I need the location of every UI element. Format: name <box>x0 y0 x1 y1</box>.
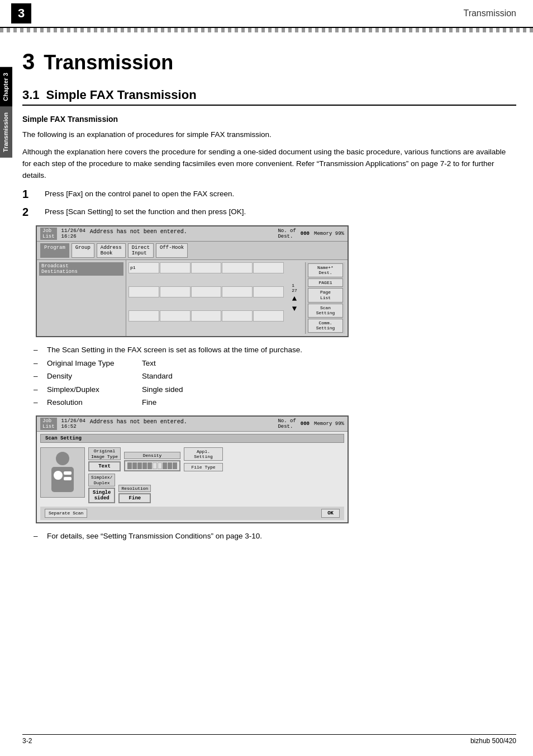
bullet-value-simplex: Single sided <box>142 384 183 396</box>
scan-no-dest-label: No. ofDest. <box>278 418 296 429</box>
bullet-text-0: The Scan Setting in the FAX screen is se… <box>47 344 302 356</box>
step-1: 1 Press [Fax] on the control panel to op… <box>22 187 516 201</box>
svg-rect-3 <box>64 471 72 475</box>
density-cell-3 <box>137 462 142 469</box>
fax-cell-11 <box>129 310 159 322</box>
memory-badge: Memory 99% <box>314 231 344 237</box>
fax-btn-page-list[interactable]: PageList <box>308 288 343 302</box>
scan-header-right: No. ofDest. 000 Memory 99% <box>278 418 344 430</box>
fax-page-nav: 127 ▲ ▼ <box>286 262 303 334</box>
fax-cell-5 <box>253 262 284 273</box>
fax-cell-6 <box>129 286 159 297</box>
density-cell-8 <box>163 462 167 469</box>
note-item: – For details, see “Setting Transmission… <box>34 530 516 542</box>
note-dash: – <box>34 530 41 542</box>
scan-ok-btn[interactable]: OK <box>321 509 340 518</box>
fax-btn-name-dest[interactable]: Name+*Dest. <box>308 263 343 277</box>
simplex-group: Simplex/Duplex Singlesided <box>88 474 115 503</box>
svg-rect-4 <box>64 477 72 480</box>
density-label: Density <box>124 452 180 460</box>
fax-btn-group[interactable]: Group <box>72 243 94 258</box>
side-tab-chapter: Chapter 3 <box>0 67 12 107</box>
fax-cell-9 <box>222 286 253 297</box>
scan-body: OriginalImage Type Text Density <box>37 445 348 505</box>
density-cell-4 <box>142 462 147 469</box>
fax-btn-scan-setting[interactable]: ScanSetting <box>308 304 343 318</box>
bullet-item-0: – The Scan Setting in the FAX screen is … <box>34 344 516 356</box>
bullet-dash-3: – <box>34 384 41 396</box>
note-text: For details, see “Setting Transmission C… <box>47 530 262 542</box>
fax-btn-direct-input[interactable]: DirectInput <box>128 243 154 258</box>
scan-right-buttons: Appl.Setting File Type <box>184 447 223 471</box>
fax-cell-7 <box>160 286 191 297</box>
scan-header-left: JobList 11/26/0416:52 <box>40 418 85 430</box>
bullet-label-density: Density <box>47 370 136 382</box>
fax-date: 11/26/0416:26 <box>61 228 85 239</box>
scan-screen-header: JobList 11/26/0416:52 Address has not be… <box>37 417 348 432</box>
no-dest-label: No. ofDest. <box>278 228 296 239</box>
scan-appl-btn[interactable]: Appl.Setting <box>184 447 223 461</box>
fax-btn-off-hook[interactable]: Off-Hook <box>156 243 188 258</box>
scan-file-type-btn[interactable]: File Type <box>184 463 223 471</box>
step-2-text: Press [Scan Setting] to set the function… <box>45 205 246 218</box>
subsection-heading: Simple FAX Transmission <box>22 115 516 124</box>
orig-image-group: OriginalImage Type Text <box>88 447 121 471</box>
bullet-value-orig: Text <box>142 357 156 370</box>
fax-cell-4 <box>222 262 253 273</box>
fax-dest-grid: p1 <box>126 260 348 336</box>
bullet-item-3: – Simplex/Duplex Single sided <box>34 384 516 396</box>
header-chapter-title: Transmission <box>463 8 516 18</box>
product-name: bizhub 500/420 <box>470 737 516 745</box>
fax-buttons-row: Program Group AddressBook DirectInput Of… <box>37 242 348 260</box>
section-heading: 3.1 Simple FAX Transmission <box>22 88 516 106</box>
fax-btn-comm-setting[interactable]: Comm.Setting <box>308 319 343 333</box>
fax-cell-3 <box>191 262 222 273</box>
fax-side-buttons: Name+*Dest. PAGE1 PageList ScanSetting C… <box>305 262 345 334</box>
step-2: 2 Press [Scan Setting] to set the functi… <box>22 205 516 219</box>
side-tab: Chapter 3 Transmission <box>0 67 12 158</box>
arrow-up-icon[interactable]: ▲ <box>292 294 297 303</box>
fax-cell-13 <box>191 310 222 322</box>
fax-cell-2 <box>160 262 191 273</box>
scan-row-1: OriginalImage Type Text Density <box>88 447 344 471</box>
scan-job-list: JobList <box>40 418 57 430</box>
orig-image-value[interactable]: Text <box>88 461 121 471</box>
scan-no-dest-value: 000 <box>301 421 310 427</box>
scan-screen: JobList 11/26/0416:52 Address has not be… <box>36 415 349 523</box>
step-2-num: 2 <box>22 205 36 219</box>
resolution-value[interactable]: Fine <box>118 493 151 503</box>
page-count: 127 <box>292 283 297 293</box>
page-number: 3-2 <box>22 737 32 745</box>
fax-broadcast-label: BroadcastDestinations <box>39 262 123 276</box>
bullet-label-orig: Original Image Type <box>47 357 136 370</box>
scan-row-2: Simplex/Duplex Singlesided Resolution Fi… <box>88 474 344 503</box>
density-bar[interactable] <box>124 460 180 471</box>
fax-cell-12 <box>160 310 191 322</box>
chapter-title: Transmission <box>44 51 173 74</box>
main-content: 3 Transmission 3.1 Simple FAX Transmissi… <box>22 44 516 542</box>
bullet-dash-0: – <box>34 344 41 356</box>
fax-btn-page1[interactable]: PAGE1 <box>308 278 343 287</box>
fax-cell-10 <box>253 286 284 297</box>
scan-person-icon <box>40 447 85 498</box>
decorative-bar <box>0 28 533 32</box>
simplex-value[interactable]: Singlesided <box>88 488 115 503</box>
paragraph-2: Although the explanation here covers the… <box>22 147 516 182</box>
fax-cell-8 <box>191 286 222 297</box>
scan-footer: Separate Scan OK <box>40 507 344 520</box>
page-footer: 3-2 bizhub 500/420 <box>22 734 516 745</box>
bullet-label-simplex: Simplex/Duplex <box>47 384 136 396</box>
svg-point-0 <box>56 452 69 465</box>
fax-btn-program[interactable]: Program <box>40 243 69 258</box>
density-group: Density <box>124 452 180 472</box>
scan-separate-btn[interactable]: Separate Scan <box>45 509 87 518</box>
fax-main-area: BroadcastDestinations p1 <box>37 260 348 336</box>
bullet-value-resolution: Fine <box>142 396 156 409</box>
arrow-down-icon[interactable]: ▼ <box>292 304 297 313</box>
fax-btn-address-book[interactable]: AddressBook <box>97 243 126 258</box>
fax-header-left: JobList 11/26/0416:26 <box>40 228 85 240</box>
scan-addr-msg: Address has not been entered. <box>85 418 278 430</box>
bullet-value-density: Standard <box>142 370 173 382</box>
fax-screen-1-header: JobList 11/26/0416:26 Address has not be… <box>37 226 348 242</box>
fax-broadcast-panel: BroadcastDestinations <box>37 260 126 336</box>
